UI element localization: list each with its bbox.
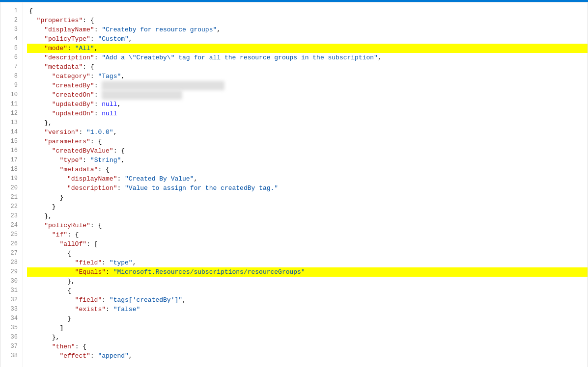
json-punctuation: , — [129, 352, 133, 360]
json-punctuation: : — [90, 352, 98, 360]
json-string: "false" — [113, 306, 140, 313]
json-punctuation: : { — [83, 63, 94, 71]
json-key: "version" — [29, 129, 79, 136]
code-line: } — [27, 314, 588, 323]
json-punctuation: { — [29, 7, 33, 15]
code-line: "policyRule": { — [27, 221, 588, 230]
json-string: "Custom" — [98, 35, 128, 43]
code-line: "effect": "append", — [27, 351, 588, 361]
line-number: 13 — [0, 118, 23, 128]
json-punctuation: : — [102, 259, 110, 266]
code-line: }, — [27, 118, 588, 128]
json-punctuation: : — [67, 45, 75, 52]
json-punctuation: : — [106, 306, 113, 313]
json-key: "exists" — [29, 306, 106, 313]
json-key: "effect" — [29, 352, 90, 360]
code-line: "field": "tags['createdBy']", — [27, 295, 588, 305]
json-punctuation: }, — [29, 212, 52, 220]
json-key: "metadata" — [29, 63, 83, 71]
json-punctuation: : — [117, 184, 125, 192]
json-punctuation: } — [29, 203, 56, 210]
json-string: "All" — [75, 45, 94, 52]
json-punctuation: : { — [83, 17, 94, 24]
code-line: "metadata": { — [27, 165, 588, 174]
json-key: "displayName" — [29, 175, 117, 183]
json-key: "field" — [29, 259, 102, 266]
json-punctuation: : { — [113, 147, 125, 155]
json-key: "createdBy" — [29, 82, 94, 89]
json-keyword: null — [102, 101, 117, 108]
json-string: "Value to assign for the createdBy tag." — [125, 184, 278, 192]
json-punctuation: : { — [90, 138, 102, 145]
json-punctuation: : — [94, 26, 102, 33]
code-line: { — [27, 286, 588, 295]
json-punctuation: }, — [29, 278, 75, 285]
json-key: "category" — [29, 73, 90, 80]
line-number: 19 — [0, 174, 23, 184]
json-punctuation: , — [194, 175, 197, 183]
json-string: "type" — [110, 259, 133, 266]
line-number: 15 — [0, 137, 23, 146]
json-punctuation: , — [121, 157, 125, 164]
json-key: "description" — [29, 54, 94, 61]
line-number: 24 — [0, 221, 23, 230]
json-string: "Createby for resource groups" — [102, 26, 217, 33]
line-number: 38 — [0, 351, 23, 361]
json-punctuation: : — [94, 82, 102, 89]
line-number: 30 — [0, 277, 23, 286]
json-key: "createdOn" — [29, 91, 94, 99]
code-line: }, — [27, 277, 588, 286]
json-key: "allOf" — [29, 240, 86, 248]
code-line: "allOf": [ — [27, 239, 588, 249]
json-key: "updatedBy" — [29, 101, 94, 108]
json-key: "updatedOn" — [29, 110, 94, 117]
line-number: 11 — [0, 100, 23, 109]
line-number: 21 — [0, 193, 23, 202]
code-line: "version": "1.0.0", — [27, 128, 588, 137]
code-content[interactable]: { "properties": { "displayName": "Create… — [23, 2, 588, 367]
line-number: 8 — [0, 72, 23, 81]
line-number: 7 — [0, 62, 23, 72]
line-number: 28 — [0, 258, 23, 267]
json-punctuation: : — [90, 35, 98, 43]
line-number: 5 — [0, 44, 23, 53]
json-punctuation: : { — [67, 231, 79, 238]
line-number: 17 — [0, 156, 23, 165]
redacted-value: "████ ██ ████ ██████" — [102, 90, 182, 100]
json-punctuation: : — [94, 54, 102, 61]
json-punctuation: , — [129, 35, 133, 43]
json-string: "Created By Value" — [125, 175, 194, 183]
json-punctuation: : — [90, 73, 98, 80]
code-line: "createdByValue": { — [27, 146, 588, 156]
line-number: 2 — [0, 16, 23, 25]
json-key: "type" — [29, 157, 83, 164]
json-punctuation: , — [113, 129, 117, 136]
code-line: } — [27, 202, 588, 211]
json-string: "Microsoft.Resources/subscriptions/resou… — [113, 268, 305, 276]
json-key: "createdByValue" — [29, 147, 113, 155]
json-string: "String" — [90, 157, 121, 164]
json-punctuation: , — [133, 259, 137, 266]
json-string: "Add a \"Createby\" tag for all the reso… — [102, 54, 378, 61]
line-number: 18 — [0, 165, 23, 174]
line-number: 6 — [0, 53, 23, 62]
line-number: 12 — [0, 109, 23, 118]
json-key: "then" — [29, 343, 75, 350]
json-punctuation: : — [117, 175, 125, 183]
line-number: 9 — [0, 81, 23, 90]
code-line: "displayName": "Created By Value", — [27, 174, 588, 184]
code-editor: 1234567891011121314151617181920212223242… — [0, 2, 588, 367]
json-punctuation: : — [102, 296, 110, 304]
json-punctuation: : — [106, 268, 113, 276]
line-number: 22 — [0, 202, 23, 211]
line-number: 33 — [0, 305, 23, 314]
json-string: "tags['createdBy']" — [110, 296, 182, 304]
json-punctuation: : [ — [86, 240, 98, 248]
json-key: "metadata" — [29, 166, 98, 173]
json-punctuation: : { — [98, 166, 109, 173]
line-number: 4 — [0, 34, 23, 44]
json-key: "policyRule" — [29, 222, 90, 229]
json-punctuation: : { — [90, 222, 102, 229]
code-line: "mode": "All", — [27, 44, 588, 53]
json-string: "append" — [98, 352, 128, 360]
